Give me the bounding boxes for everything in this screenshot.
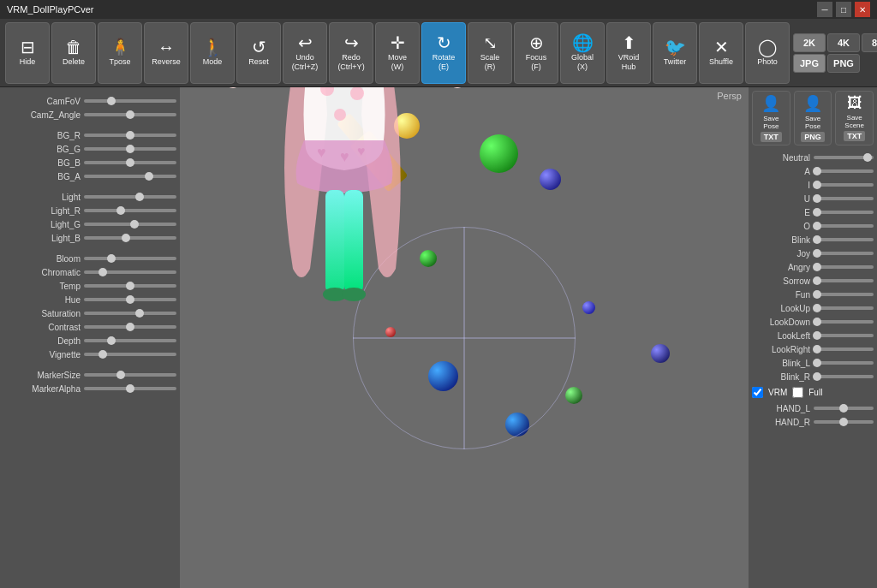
right-slider-track-O[interactable] <box>814 224 874 228</box>
left-slider-thumb-Light[interactable] <box>135 193 144 201</box>
res-4k-button[interactable]: 4K <box>827 33 860 52</box>
right-slider-thumb-Blink[interactable] <box>813 235 821 244</box>
right-slider-thumb-Neutral[interactable] <box>863 153 872 162</box>
tool-undo-button[interactable]: ↩Undo (Ctrl+Z) <box>283 22 327 84</box>
close-button[interactable]: ✕ <box>855 2 870 17</box>
left-slider-track-BG_R[interactable] <box>84 134 176 137</box>
right-slider-track-LookLeft[interactable] <box>814 334 874 337</box>
right-slider-thumb-E[interactable] <box>813 208 821 217</box>
tool-scale-button[interactable]: ⤡Scale (R) <box>468 22 512 84</box>
left-slider-thumb-Temp[interactable] <box>126 282 134 290</box>
left-slider-thumb-Light_B[interactable] <box>122 234 130 242</box>
left-slider-thumb-BG_R[interactable] <box>126 131 134 140</box>
left-slider-thumb-Vignette[interactable] <box>98 350 107 359</box>
right-slider-thumb-Fun[interactable] <box>813 290 821 299</box>
tool-twitter-button[interactable]: 🐦Twitter <box>653 22 697 84</box>
save-scene-txt-button[interactable]: 🖼 SaveScene TXT <box>835 91 874 146</box>
left-slider-track-Light_R[interactable] <box>84 209 176 212</box>
tool-move-button[interactable]: ✛Move (W) <box>375 22 420 84</box>
right-slider-track-Blink[interactable] <box>814 238 874 241</box>
left-slider-thumb-CamZ_Angle[interactable] <box>126 110 134 119</box>
left-slider-track-MarkerAlpha[interactable] <box>84 387 176 390</box>
tool-mode-button[interactable]: 🚶Mode <box>190 22 235 84</box>
res-8k-button[interactable]: 8K <box>862 33 877 52</box>
right-slider-thumb-Blink_L[interactable] <box>813 359 821 367</box>
left-slider-track-Hue[interactable] <box>84 298 176 301</box>
left-slider-track-CamFoV[interactable] <box>84 99 176 103</box>
left-slider-thumb-BG_A[interactable] <box>145 172 153 181</box>
right-slider-track-LookDown[interactable] <box>814 320 874 324</box>
left-slider-track-Light[interactable] <box>84 195 176 199</box>
right-slider-thumb-I[interactable] <box>813 181 821 189</box>
tool-delete-button[interactable]: 🗑Delete <box>51 22 96 84</box>
tool-reverse-button[interactable]: ↔Reverse <box>144 22 188 84</box>
left-slider-track-Chromatic[interactable] <box>84 270 176 274</box>
left-slider-track-Temp[interactable] <box>84 284 176 288</box>
hand-slider-thumb-HAND_R[interactable] <box>839 418 848 426</box>
left-slider-track-BG_B[interactable] <box>84 161 176 164</box>
left-slider-thumb-Saturation[interactable] <box>135 309 144 318</box>
hand-slider-track-HAND_L[interactable] <box>814 407 874 410</box>
left-slider-track-BG_G[interactable] <box>84 147 176 151</box>
tool-photo-button[interactable]: ◯Photo <box>745 22 790 84</box>
left-slider-thumb-Depth[interactable] <box>107 336 116 345</box>
right-slider-track-LookRight[interactable] <box>814 347 874 351</box>
minimize-button[interactable]: ─ <box>817 2 832 17</box>
right-slider-track-Joy[interactable] <box>814 252 874 255</box>
right-slider-thumb-LookUp[interactable] <box>813 304 821 312</box>
right-slider-thumb-Joy[interactable] <box>813 249 821 258</box>
right-slider-thumb-LookDown[interactable] <box>813 318 821 326</box>
right-slider-thumb-Sorrow[interactable] <box>813 276 821 285</box>
left-slider-track-BG_A[interactable] <box>84 175 176 178</box>
canvas-area[interactable]: Persp <box>180 87 749 588</box>
tool-tpose-button[interactable]: 🧍Tpose <box>98 22 142 84</box>
left-slider-track-Saturation[interactable] <box>84 312 176 315</box>
left-slider-track-Depth[interactable] <box>84 339 176 342</box>
format-jpg-button[interactable]: JPG <box>793 54 826 73</box>
right-slider-track-Blink_R[interactable] <box>814 375 874 378</box>
full-checkbox[interactable] <box>792 387 803 398</box>
right-slider-track-Angry[interactable] <box>814 265 874 269</box>
hand-slider-thumb-HAND_L[interactable] <box>839 404 848 413</box>
left-slider-thumb-BG_B[interactable] <box>126 158 134 167</box>
tool-global-button[interactable]: 🌐Global (X) <box>560 22 605 84</box>
vrm-checkbox[interactable] <box>752 387 763 398</box>
left-slider-thumb-Contrast[interactable] <box>126 323 134 331</box>
left-slider-thumb-MarkerAlpha[interactable] <box>126 384 134 393</box>
tool-shuffle-button[interactable]: ✕Shuffle <box>699 22 743 84</box>
right-slider-thumb-LookRight[interactable] <box>813 345 821 353</box>
tool-reset-button[interactable]: ↺Reset <box>236 22 281 84</box>
right-slider-track-E[interactable] <box>814 211 874 214</box>
left-slider-track-CamZ_Angle[interactable] <box>84 113 176 116</box>
tool-focus-button[interactable]: ⊕Focus (F) <box>514 22 558 84</box>
left-slider-thumb-MarkerSize[interactable] <box>116 371 125 379</box>
maximize-button[interactable]: □ <box>836 2 851 17</box>
right-slider-track-Sorrow[interactable] <box>814 279 874 282</box>
save-pose-txt-button[interactable]: 👤 SavePose TXT <box>752 91 790 146</box>
right-slider-thumb-O[interactable] <box>813 222 821 230</box>
right-slider-thumb-Blink_R[interactable] <box>813 372 821 381</box>
res-2k-button[interactable]: 2K <box>793 33 826 52</box>
right-slider-thumb-LookLeft[interactable] <box>813 331 821 340</box>
left-slider-track-MarkerSize[interactable] <box>84 373 176 377</box>
left-slider-thumb-Hue[interactable] <box>126 295 134 304</box>
right-slider-track-Neutral[interactable] <box>814 156 874 159</box>
right-slider-track-Fun[interactable] <box>814 293 874 296</box>
left-slider-track-Vignette[interactable] <box>84 353 176 356</box>
left-slider-thumb-CamFoV[interactable] <box>107 97 116 105</box>
right-slider-track-I[interactable] <box>814 183 874 187</box>
save-pose-png-button[interactable]: 👤 SavePose PNG <box>794 91 832 146</box>
right-slider-thumb-U[interactable] <box>813 194 821 203</box>
left-slider-track-Light_G[interactable] <box>84 223 176 226</box>
tool-vroid-button[interactable]: ⬆VRoid Hub <box>606 22 651 84</box>
left-slider-track-Contrast[interactable] <box>84 325 176 329</box>
left-slider-track-Light_B[interactable] <box>84 236 176 240</box>
tool-redo-button[interactable]: ↪Redo (Ctrl+Y) <box>329 22 373 84</box>
hand-slider-track-HAND_R[interactable] <box>814 420 874 424</box>
right-slider-thumb-Angry[interactable] <box>813 263 821 271</box>
left-slider-thumb-Light_R[interactable] <box>116 206 125 215</box>
left-slider-thumb-Light_G[interactable] <box>130 220 139 229</box>
left-slider-thumb-Chromatic[interactable] <box>98 268 107 276</box>
format-png-button[interactable]: PNG <box>827 54 860 73</box>
right-slider-track-Blink_L[interactable] <box>814 361 874 365</box>
